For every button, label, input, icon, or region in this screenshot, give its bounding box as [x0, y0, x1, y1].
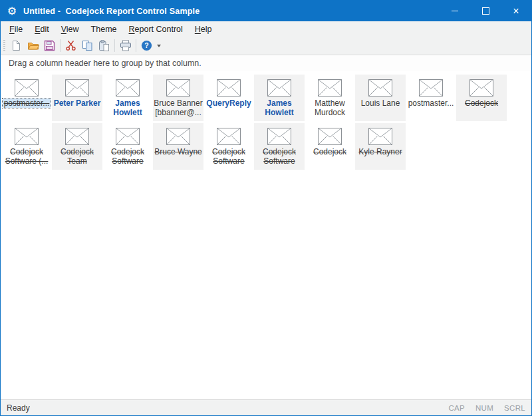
mail-item-label: CodejockSoftware — [263, 147, 296, 166]
menu-bar: FileEditViewThemeReport ControlHelp — [1, 21, 531, 37]
envelope-icon — [15, 75, 39, 97]
toolbar-separator — [136, 39, 136, 52]
close-icon: × — [513, 6, 519, 17]
mail-item-label: MatthewMurdock — [315, 99, 345, 117]
menu-item-report-control[interactable]: Report Control — [123, 23, 189, 36]
menu-item-file[interactable]: File — [3, 23, 29, 36]
mail-item-label: Codejock — [313, 147, 346, 156]
mail-item-label: CodejockSoftware (... — [5, 147, 49, 166]
status-indicator-cap: CAP — [448, 404, 465, 412]
toolbar-gripper[interactable] — [3, 40, 5, 52]
mail-item[interactable]: QueryReply — [203, 75, 254, 121]
menu-item-view[interactable]: View — [55, 23, 85, 36]
caption-buttons: × — [440, 1, 531, 21]
envelope-icon — [318, 123, 342, 145]
envelope-icon — [368, 75, 392, 97]
maximize-button[interactable] — [470, 1, 501, 21]
envelope-icon — [267, 75, 291, 97]
mail-item-label: QueryReply — [206, 99, 251, 108]
open-button[interactable] — [25, 38, 41, 53]
menu-items: FileEditViewThemeReport ControlHelp — [3, 23, 218, 36]
envelope-icon — [166, 75, 190, 97]
mail-item-label: postmaster... — [3, 99, 51, 108]
svg-text:?: ? — [144, 41, 148, 49]
envelope-icon — [116, 75, 140, 97]
copy-button[interactable] — [79, 38, 96, 53]
envelope-icon — [166, 123, 190, 145]
gear-icon: ⚙ — [1, 1, 23, 21]
mail-item[interactable]: postmaster... — [1, 75, 52, 121]
mail-item-label: Codejock — [465, 99, 498, 108]
toolbar-options-caret[interactable] — [155, 38, 163, 53]
print-button[interactable] — [117, 38, 134, 53]
toolbar-separator — [60, 39, 61, 52]
app-window: ⚙ Untitled - Codejock Report Control Sam… — [0, 0, 532, 416]
print-icon — [120, 40, 132, 51]
envelope-icon — [65, 123, 89, 145]
close-button[interactable]: × — [501, 1, 531, 21]
group-by-hint: Drag a column header here to group by th… — [9, 59, 201, 68]
mail-item[interactable]: Kyle Rayner — [355, 123, 406, 170]
menu-item-help[interactable]: Help — [189, 23, 218, 36]
open-icon — [27, 40, 39, 51]
mail-item-label: CodejockTeam — [61, 147, 94, 166]
help-icon: ? — [141, 40, 152, 51]
cut-icon — [65, 40, 76, 51]
toolbar-separator — [114, 39, 115, 52]
mail-item-label: Louis Lane — [361, 99, 400, 108]
mail-item[interactable]: JamesHowlett — [102, 75, 153, 121]
envelope-icon — [217, 123, 241, 145]
mail-item[interactable]: CodejockSoftware — [203, 123, 254, 170]
mail-item[interactable]: JamesHowlett — [254, 75, 305, 121]
menu-item-edit[interactable]: Edit — [29, 23, 55, 36]
mail-item-grid: postmaster...Peter ParkerJamesHowlettBru… — [1, 75, 511, 172]
mail-item-label: CodejockSoftware — [111, 147, 144, 166]
mail-item[interactable]: postmaster... — [406, 75, 456, 121]
envelope-icon — [15, 123, 39, 145]
envelope-icon — [267, 123, 291, 145]
title-bar: ⚙ Untitled - Codejock Report Control Sam… — [1, 1, 531, 21]
status-indicators: CAPNUMSCRL — [448, 404, 525, 412]
mail-item-label: Bruce Banner[bbanner@... — [154, 99, 202, 117]
save-button[interactable] — [41, 38, 58, 53]
new-button[interactable] — [8, 38, 25, 53]
mail-item-label: Peter Parker — [54, 99, 101, 108]
envelope-icon — [469, 75, 493, 97]
cut-button[interactable] — [63, 38, 79, 53]
envelope-icon — [217, 75, 241, 97]
mail-item[interactable]: CodejockSoftware (... — [1, 123, 52, 170]
paste-button[interactable] — [96, 38, 112, 53]
mail-item-label: JamesHowlett — [113, 99, 142, 117]
mail-item[interactable]: Peter Parker — [52, 75, 102, 121]
envelope-icon — [419, 75, 443, 97]
report-control: postmaster...Peter ParkerJamesHowlettBru… — [1, 71, 531, 399]
mail-item[interactable]: Bruce Banner[bbanner@... — [153, 75, 203, 121]
mail-item-label: Bruce Wayne — [154, 147, 202, 156]
envelope-icon — [318, 75, 342, 97]
toolbar-buttons: ? — [8, 38, 163, 53]
mail-item[interactable]: CodejockSoftware — [254, 123, 305, 170]
envelope-icon — [368, 123, 392, 145]
minimize-icon — [452, 11, 458, 11]
mail-item[interactable]: CodejockSoftware — [102, 123, 153, 170]
help-button[interactable]: ? — [138, 38, 155, 53]
mail-item[interactable]: Louis Lane — [355, 75, 406, 121]
minimize-button[interactable] — [440, 1, 470, 21]
mail-item[interactable]: CodejockTeam — [52, 123, 102, 170]
group-by-bar[interactable]: Drag a column header here to group by th… — [1, 55, 531, 71]
mail-item[interactable]: Codejock — [456, 75, 507, 121]
mail-item[interactable]: MatthewMurdock — [305, 75, 355, 121]
status-indicator-scrl: SCRL — [504, 404, 525, 412]
toolbar: ? — [1, 37, 531, 55]
mail-item-label: Kyle Rayner — [358, 147, 402, 156]
mail-item-label: CodejockSoftware — [212, 147, 245, 166]
status-bar: Ready CAPNUMSCRL — [1, 399, 531, 415]
new-icon — [11, 40, 22, 51]
mail-item[interactable]: Bruce Wayne — [153, 123, 203, 170]
menu-item-theme[interactable]: Theme — [85, 23, 123, 36]
mail-item-label: JamesHowlett — [265, 99, 293, 117]
mail-item[interactable]: Codejock — [305, 123, 355, 170]
envelope-icon — [116, 123, 140, 145]
status-ready-text: Ready — [7, 403, 30, 413]
status-indicator-num: NUM — [475, 404, 493, 412]
